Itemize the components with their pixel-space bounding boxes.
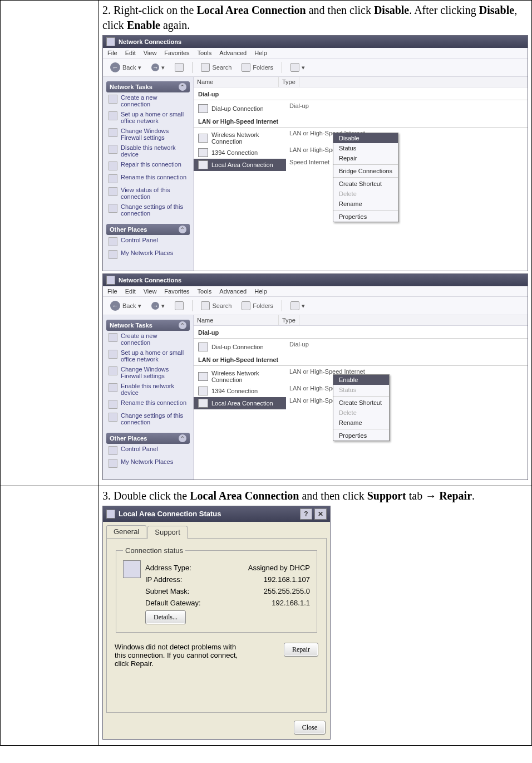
ctx-status[interactable]: Status xyxy=(333,143,398,153)
col-name[interactable]: Name xyxy=(194,77,279,87)
close-button-bottom[interactable]: Close xyxy=(294,721,326,735)
folders-icon xyxy=(242,301,250,310)
menu-advanced[interactable]: Advanced xyxy=(219,288,247,295)
help-button[interactable]: ? xyxy=(300,508,312,520)
search-icon xyxy=(201,301,210,310)
conn-dialup[interactable]: Dial-up Connection Dial-up xyxy=(194,341,528,353)
other-places-header[interactable]: Other Places⌃ xyxy=(106,224,190,235)
row-subnet-mask: Subnet Mask:255.255.255.0 xyxy=(145,587,310,595)
task-change-settings[interactable]: Change settings of this connection xyxy=(106,410,190,427)
toolbar: ←Back ▾ → ▾ Search Folders ▾ xyxy=(103,58,528,77)
column-headers: NameType xyxy=(194,315,528,326)
separator xyxy=(192,62,193,73)
ctx-properties[interactable]: Properties xyxy=(333,431,389,441)
tab-general[interactable]: General xyxy=(106,525,146,538)
menu-view[interactable]: View xyxy=(144,50,157,56)
task-setup-network[interactable]: Set up a home or small office network xyxy=(106,109,190,126)
task-icon xyxy=(109,413,117,422)
col-name[interactable]: Name xyxy=(194,315,279,325)
menu-help[interactable]: Help xyxy=(254,50,267,56)
dialog-titlebar[interactable]: Local Area Connection Status ? ✕ xyxy=(103,506,330,522)
menu-help[interactable]: Help xyxy=(254,288,267,295)
task-change-settings[interactable]: Change settings of this connection xyxy=(106,202,190,218)
details-button[interactable]: Details... xyxy=(145,610,186,624)
menu-favorites[interactable]: Favorites xyxy=(164,50,189,56)
other-places-block: Other Places⌃ Control Panel My Network P… xyxy=(106,224,190,261)
task-rename[interactable]: Rename this connection xyxy=(106,172,190,185)
col-type[interactable]: Type xyxy=(279,77,299,87)
up-button[interactable] xyxy=(171,300,188,312)
views-button[interactable]: ▾ xyxy=(287,61,309,74)
other-places-header[interactable]: Other Places⌃ xyxy=(106,433,190,444)
wireless-icon xyxy=(198,134,208,143)
menu-file[interactable]: File xyxy=(107,50,117,56)
task-rename[interactable]: Rename this connection xyxy=(106,398,190,410)
network-tasks-header[interactable]: Network Tasks⌃ xyxy=(106,81,190,92)
ctx-disable[interactable]: Disable xyxy=(333,133,398,143)
ctx-rename[interactable]: Rename xyxy=(333,418,389,428)
forward-button[interactable]: → ▾ xyxy=(147,300,169,311)
task-disable-device[interactable]: Disable this network device xyxy=(106,143,190,159)
menu-edit[interactable]: Edit xyxy=(125,50,136,56)
doc-row-step3: 3. Double click the Local Area Connectio… xyxy=(0,486,532,746)
back-button[interactable]: ←Back ▾ xyxy=(106,61,145,74)
task-repair[interactable]: Repair this connection xyxy=(106,159,190,172)
link-control-panel[interactable]: Control Panel xyxy=(106,444,190,457)
repair-button[interactable]: Repair xyxy=(284,643,318,657)
task-enable-device[interactable]: Enable this network device xyxy=(106,381,190,398)
ctx-enable[interactable]: Enable xyxy=(333,375,389,385)
context-menu-enable: Enable Status Create Shortcut Delete Ren… xyxy=(333,374,390,441)
task-create-connection[interactable]: Create a new connection xyxy=(106,92,190,109)
task-create-connection[interactable]: Create a new connection xyxy=(106,331,190,348)
network-tasks-header[interactable]: Network Tasks⌃ xyxy=(106,320,190,331)
menu-tools[interactable]: Tools xyxy=(198,288,212,295)
search-button[interactable]: Search xyxy=(197,300,235,312)
ctx-rename[interactable]: Rename xyxy=(333,199,398,209)
task-view-status[interactable]: View status of this connection xyxy=(106,185,190,202)
ctx-bridge[interactable]: Bridge Connections xyxy=(333,166,398,176)
folders-button[interactable]: Folders xyxy=(238,61,277,74)
step2-bold-disable: Disable xyxy=(374,4,409,16)
collapse-icon: ⌃ xyxy=(179,434,186,442)
menu-edit[interactable]: Edit xyxy=(125,288,136,295)
ctx-shortcut[interactable]: Create Shortcut xyxy=(333,398,389,408)
link-my-network-places[interactable]: My Network Places xyxy=(106,248,190,261)
step2-bold-enable: Enable xyxy=(127,19,160,31)
titlebar[interactable]: Network Connections xyxy=(103,274,528,286)
task-icon xyxy=(109,162,117,170)
other-places-block: Other Places⌃ Control Panel My Network P… xyxy=(106,433,190,469)
group-dialup: Dial-up xyxy=(194,326,528,337)
back-icon: ← xyxy=(110,301,120,311)
col-type[interactable]: Type xyxy=(279,315,299,325)
menu-favorites[interactable]: Favorites xyxy=(164,288,189,295)
ctx-properties[interactable]: Properties xyxy=(333,212,398,222)
tab-support[interactable]: Support xyxy=(147,526,188,539)
close-button[interactable]: ✕ xyxy=(314,508,327,520)
task-firewall[interactable]: Change Windows Firewall settings xyxy=(106,126,190,143)
up-button[interactable] xyxy=(171,61,188,74)
doc-row-step2-right: 2. Right-click on the Local Area Connect… xyxy=(99,1,531,486)
network-connections-window-enable: Network Connections File Edit View Favor… xyxy=(102,273,528,480)
menubar: File Edit View Favorites Tools Advanced … xyxy=(103,286,528,297)
task-setup-network[interactable]: Set up a home or small office network xyxy=(106,348,190,364)
ctx-repair[interactable]: Repair xyxy=(333,153,398,163)
titlebar[interactable]: Network Connections xyxy=(103,36,528,48)
link-control-panel[interactable]: Control Panel xyxy=(106,235,190,248)
task-icon xyxy=(109,383,117,392)
context-menu-disable: Disable Status Repair Bridge Connections… xyxy=(333,133,398,222)
search-button[interactable]: Search xyxy=(197,61,235,74)
menu-view[interactable]: View xyxy=(144,288,157,295)
menu-tools[interactable]: Tools xyxy=(198,50,212,56)
folders-button[interactable]: Folders xyxy=(238,300,277,312)
menu-advanced[interactable]: Advanced xyxy=(219,50,247,56)
chevron-down-icon: ▾ xyxy=(161,64,165,71)
task-icon xyxy=(109,333,117,342)
ctx-shortcut[interactable]: Create Shortcut xyxy=(333,179,398,189)
views-button[interactable]: ▾ xyxy=(287,300,309,312)
link-my-network-places[interactable]: My Network Places xyxy=(106,457,190,469)
conn-dialup[interactable]: Dial-up Connection Dial-up xyxy=(194,102,528,115)
back-button[interactable]: ←Back ▾ xyxy=(106,299,145,312)
menu-file[interactable]: File xyxy=(107,288,117,295)
task-firewall[interactable]: Change Windows Firewall settings xyxy=(106,364,190,381)
forward-button[interactable]: → ▾ xyxy=(147,62,169,73)
